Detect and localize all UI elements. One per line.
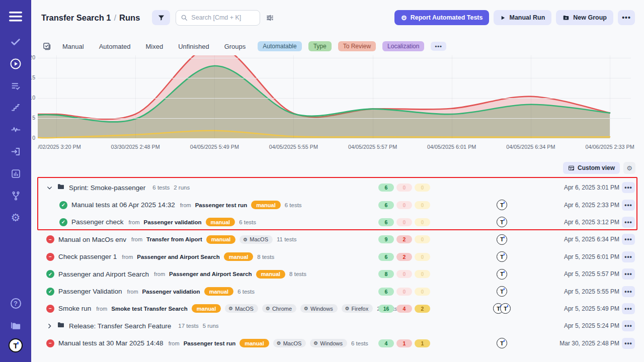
tag-localization[interactable]: Localization bbox=[382, 41, 424, 51]
app-logo[interactable]: T bbox=[0, 337, 31, 354]
gridline bbox=[38, 58, 631, 58]
tab-mixed[interactable]: Mixed bbox=[146, 43, 164, 50]
run-title[interactable]: Passenger check bbox=[71, 218, 124, 226]
table-gear-button[interactable]: ⚙ bbox=[623, 162, 635, 174]
filter-button[interactable] bbox=[152, 10, 170, 25]
sidebar-item-reports[interactable] bbox=[0, 165, 31, 182]
from-label: from bbox=[122, 254, 133, 260]
group-title[interactable]: Release: Transfer Search Feature bbox=[69, 322, 171, 330]
table-row-group[interactable]: Release: Transfer Search Feature 17 test… bbox=[31, 317, 644, 334]
sidebar-item-traceability[interactable] bbox=[0, 187, 31, 204]
run-title[interactable]: Check passenger 1 bbox=[58, 253, 117, 260]
x-axis-tick-label: 04/05/2025 5:57 PM bbox=[335, 144, 411, 150]
hamburger-menu-icon[interactable] bbox=[0, 8, 31, 25]
table-row[interactable]: − Check passenger 1 from Passenger and A… bbox=[31, 248, 644, 265]
sidebar-item-activity[interactable] bbox=[0, 121, 31, 138]
sidebar-item-help[interactable]: ? bbox=[0, 295, 31, 312]
from-label: from bbox=[169, 340, 180, 346]
skipped-count: 0 bbox=[415, 288, 430, 296]
row-more-button[interactable]: ••• bbox=[622, 251, 635, 262]
sliders-icon bbox=[266, 14, 274, 22]
new-group-button[interactable]: New Group bbox=[556, 10, 613, 25]
view-toolbar: Custom view ⚙ bbox=[563, 162, 635, 174]
table-row-group[interactable]: Sprint: Smoke-passenger 6 tests 2 runs 6… bbox=[31, 179, 644, 196]
row-more-button[interactable]: ••• bbox=[622, 234, 635, 245]
tab-unfinished[interactable]: Unfinished bbox=[178, 43, 209, 50]
passed-count: 6 bbox=[378, 218, 394, 226]
breadcrumb-separator: / bbox=[114, 13, 117, 22]
sidebar-item-docs[interactable] bbox=[0, 317, 31, 334]
table-row[interactable]: − Manual tests at 30 Mar 2025 14:48 from… bbox=[31, 335, 644, 352]
failed-count: 0 bbox=[396, 288, 412, 296]
table-row[interactable]: − Manual on MacOs env from Transfer from… bbox=[31, 231, 644, 248]
table-row[interactable]: ✓ Passenger check from Passenger validat… bbox=[31, 214, 644, 231]
env-chip: ⚙Firefox bbox=[342, 304, 373, 313]
x-axis-tick-label: 04/05/2025 5:49 PM bbox=[177, 144, 252, 150]
sidebar-item-settings[interactable]: ⚙ bbox=[0, 209, 31, 226]
row-more-button[interactable]: ••• bbox=[622, 182, 635, 193]
manual-run-button[interactable]: Manual Run bbox=[494, 10, 551, 25]
failed-status-icon: − bbox=[46, 339, 54, 347]
sidebar-item-requirements[interactable] bbox=[0, 143, 31, 160]
run-title[interactable]: Manual tests at 06 Apr 2025 14:32 bbox=[71, 201, 175, 209]
gridline bbox=[293, 55, 294, 138]
page-header: Transfer Search 1/Runs ⚙ Report Automate… bbox=[31, 0, 644, 35]
result-counts: 4 1 1 bbox=[378, 339, 430, 347]
sidebar-item-tests[interactable] bbox=[0, 33, 31, 50]
run-date: Apr 5, 2025 6:34 PM bbox=[564, 236, 619, 243]
sidebar-item-test-plans[interactable] bbox=[0, 77, 31, 95]
tab-automated[interactable]: Automated bbox=[99, 43, 131, 50]
run-title[interactable]: Passenger and Airport Search bbox=[58, 270, 149, 278]
failed-count: 4 bbox=[396, 305, 412, 313]
table-row[interactable]: ✓ Manual tests at 06 Apr 2025 14:32 from… bbox=[31, 196, 644, 213]
gridline bbox=[373, 55, 373, 138]
sidebar-item-runs-active[interactable] bbox=[0, 55, 31, 72]
chevron-down-icon[interactable] bbox=[46, 185, 53, 191]
row-more-button[interactable]: ••• bbox=[622, 303, 635, 314]
row-more-button[interactable]: ••• bbox=[622, 338, 635, 349]
group-title[interactable]: Sprint: Smoke-passenger bbox=[69, 184, 145, 192]
row-more-button[interactable]: ••• bbox=[622, 286, 635, 297]
custom-view-button[interactable]: Custom view bbox=[563, 162, 620, 174]
table-row[interactable]: ✓ Passenger and Airport Search from Pass… bbox=[31, 265, 644, 283]
search-input[interactable] bbox=[191, 14, 252, 21]
row-more-button[interactable]: ••• bbox=[622, 320, 635, 331]
skipped-count: 0 bbox=[415, 235, 430, 243]
run-date: Apr 6, 2025 3:12 PM bbox=[564, 219, 619, 226]
search-settings-button[interactable] bbox=[266, 14, 274, 22]
tab-manual[interactable]: Manual bbox=[62, 43, 84, 50]
chevron-right-icon[interactable] bbox=[46, 323, 53, 329]
gear-icon: ⚙ bbox=[626, 164, 632, 172]
header-more-button[interactable]: ••• bbox=[618, 10, 635, 25]
run-title[interactable]: Manual tests at 30 Mar 2025 14:48 bbox=[58, 339, 164, 347]
tab-groups[interactable]: Groups bbox=[224, 43, 246, 50]
manual-badge: manual bbox=[251, 201, 281, 209]
avatar: T bbox=[497, 217, 507, 227]
tags-more-button[interactable]: ••• bbox=[431, 42, 446, 51]
report-automated-tests-button[interactable]: ⚙ Report Automated Tests bbox=[394, 10, 489, 25]
row-more-button[interactable]: ••• bbox=[622, 200, 635, 211]
row-more-button[interactable]: ••• bbox=[622, 217, 635, 228]
manual-badge: manual bbox=[204, 287, 234, 296]
sidebar-item-milestones[interactable] bbox=[0, 99, 31, 116]
folder-icon bbox=[57, 321, 65, 331]
table-row[interactable]: ✓ Passenger Validation from Passenger va… bbox=[31, 283, 644, 300]
run-date: Apr 5, 2025 5:49 PM bbox=[564, 305, 619, 312]
run-title[interactable]: Smoke run bbox=[58, 305, 91, 312]
run-date: Apr 6, 2025 3:01 PM bbox=[564, 184, 619, 191]
passed-status-icon: ✓ bbox=[59, 218, 67, 226]
table-row[interactable]: − Smoke run from Smoke test Transfer Sea… bbox=[31, 300, 644, 317]
tag-automatable[interactable]: Automatable bbox=[258, 41, 301, 51]
search-box[interactable] bbox=[176, 10, 260, 26]
assignee-avatars: T bbox=[497, 251, 507, 262]
gear-icon: ⚙ bbox=[243, 237, 248, 242]
tests-count: 6 tests bbox=[239, 219, 256, 225]
run-title[interactable]: Passenger Validation bbox=[58, 288, 122, 295]
row-more-button[interactable]: ••• bbox=[622, 268, 635, 280]
tag-to-review[interactable]: To Review bbox=[338, 41, 376, 51]
run-date: Mar 30, 2025 2:48 PM bbox=[559, 340, 619, 347]
select-all-icon[interactable] bbox=[42, 42, 51, 51]
tag-type[interactable]: Type bbox=[308, 41, 332, 51]
run-title[interactable]: Manual on MacOs env bbox=[58, 236, 126, 243]
breadcrumb-project[interactable]: Transfer Search 1 bbox=[41, 13, 111, 22]
